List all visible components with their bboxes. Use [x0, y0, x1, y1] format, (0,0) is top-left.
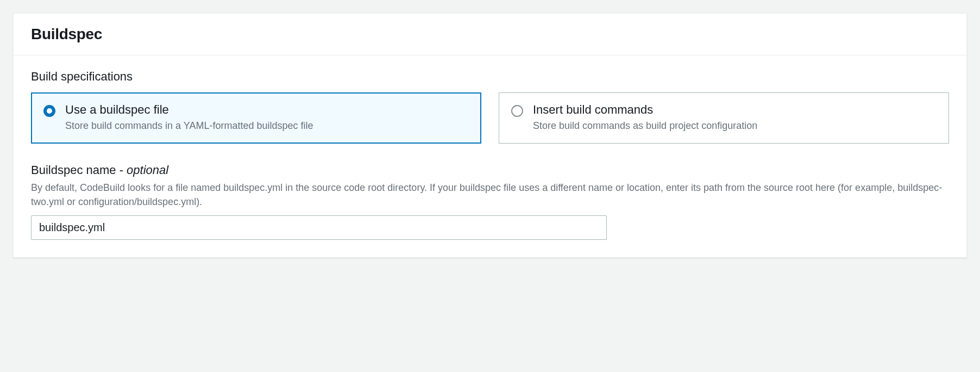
option-content: Use a buildspec file Store build command…: [65, 103, 469, 132]
label-optional: optional: [127, 163, 168, 177]
panel-title: Buildspec: [31, 26, 949, 43]
panel-body: Build specifications Use a buildspec fil…: [14, 55, 966, 257]
radio-selected-icon: [43, 105, 55, 117]
option-title: Insert build commands: [533, 103, 937, 117]
option-title: Use a buildspec file: [65, 103, 469, 117]
label-text: Buildspec name -: [31, 163, 127, 177]
option-use-buildspec-file[interactable]: Use a buildspec file Store build command…: [31, 92, 481, 144]
buildspec-panel: Buildspec Build specifications Use a bui…: [13, 13, 967, 258]
radio-unselected-icon: [511, 105, 523, 117]
option-insert-build-commands[interactable]: Insert build commands Store build comman…: [499, 92, 949, 144]
build-specifications-label: Build specifications: [31, 70, 949, 84]
panel-header: Buildspec: [14, 14, 966, 55]
build-specifications-options: Use a buildspec file Store build command…: [31, 92, 949, 144]
buildspec-name-help: By default, CodeBuild looks for a file n…: [31, 181, 949, 209]
buildspec-name-input[interactable]: [31, 215, 607, 240]
option-content: Insert build commands Store build comman…: [533, 103, 937, 132]
buildspec-name-label: Buildspec name - optional: [31, 163, 949, 177]
option-description: Store build commands in a YAML-formatted…: [65, 119, 469, 132]
option-description: Store build commands as build project co…: [533, 119, 937, 132]
